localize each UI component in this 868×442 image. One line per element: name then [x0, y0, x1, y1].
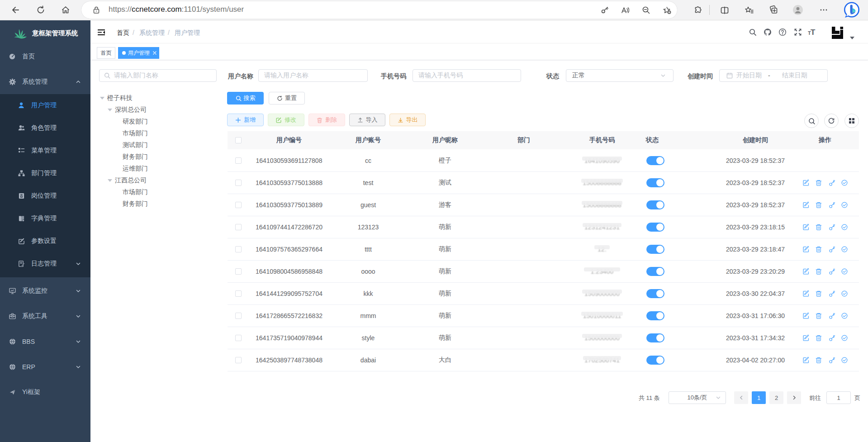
svg-text:T: T [811, 28, 816, 36]
